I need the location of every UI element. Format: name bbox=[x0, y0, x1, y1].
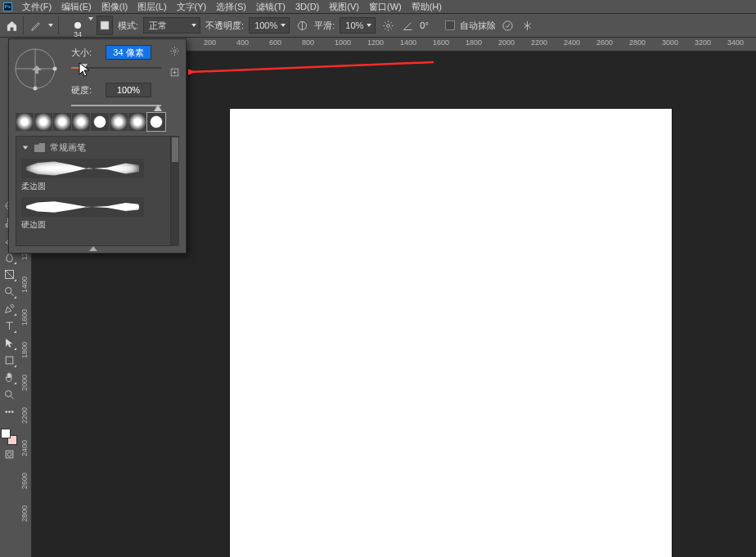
brush-popup-resize[interactable] bbox=[16, 245, 171, 251]
home-icon[interactable] bbox=[5, 19, 18, 32]
angle-value[interactable]: 0° bbox=[420, 20, 429, 30]
hruler-tick: 2000 bbox=[498, 38, 515, 47]
opacity-pressure-icon[interactable] bbox=[295, 18, 309, 33]
svg-point-10 bbox=[11, 411, 13, 412]
zoom-tool[interactable] bbox=[1, 386, 17, 402]
vruler-tick: 2200 bbox=[18, 407, 32, 424]
menu-help[interactable]: 帮助(H) bbox=[412, 1, 442, 13]
flow-value: 10% bbox=[345, 20, 363, 30]
menu-image[interactable]: 图像(I) bbox=[101, 1, 128, 13]
brush-thumb[interactable] bbox=[53, 113, 71, 131]
brush-preset-picker[interactable]: 34 bbox=[64, 14, 92, 37]
mode-label: 模式: bbox=[118, 20, 138, 32]
svg-point-9 bbox=[8, 411, 10, 412]
toolbar-more[interactable] bbox=[1, 403, 17, 420]
hruler-tick: 1000 bbox=[335, 38, 351, 47]
dodge-tool[interactable] bbox=[1, 283, 17, 299]
hruler-tick: 1600 bbox=[433, 38, 449, 47]
hruler-tick: 600 bbox=[269, 38, 281, 47]
brush-thumb[interactable] bbox=[72, 113, 90, 131]
opacity-value: 100% bbox=[254, 20, 277, 30]
hruler-tick: 2800 bbox=[629, 38, 646, 47]
size-pressure-icon[interactable] bbox=[501, 18, 515, 33]
menu-bar: Ps 文件(F) 编辑(E) 图像(I) 图层(L) 文字(Y) 选择(S) 滤… bbox=[0, 0, 756, 13]
app-logo: Ps bbox=[3, 2, 12, 11]
hruler-tick: 1200 bbox=[367, 38, 384, 47]
svg-point-5 bbox=[5, 287, 11, 294]
flow-label: 平滑: bbox=[314, 20, 335, 32]
vruler-tick: 2000 bbox=[18, 375, 32, 391]
menu-file[interactable]: 文件(F) bbox=[22, 1, 52, 13]
menu-type[interactable]: 文字(Y) bbox=[177, 1, 207, 13]
foreground-color[interactable] bbox=[1, 429, 11, 438]
opacity-select[interactable]: 100% bbox=[249, 17, 290, 34]
new-brush-icon[interactable] bbox=[168, 65, 181, 79]
menu-window[interactable]: 窗口(W) bbox=[369, 1, 402, 13]
hand-tool[interactable] bbox=[1, 369, 17, 385]
brush-size-input[interactable]: 34 像素 bbox=[106, 45, 151, 60]
separator bbox=[23, 16, 24, 34]
document-canvas[interactable] bbox=[230, 109, 672, 557]
brush-size-slider[interactable] bbox=[71, 62, 161, 74]
brush-folder[interactable]: 常规画笔 bbox=[21, 141, 165, 154]
auto-erase-checkbox[interactable] bbox=[445, 20, 455, 30]
options-bar: 34 模式: 正常 不透明度: 100% 平滑: 10% 0° 自动抹除 bbox=[0, 13, 756, 38]
svg-point-2 bbox=[503, 20, 512, 29]
svg-point-12 bbox=[7, 452, 11, 456]
brush-preset-name: 柔边圆 bbox=[21, 181, 165, 192]
svg-point-16 bbox=[53, 67, 57, 71]
brush-hardness-slider[interactable] bbox=[71, 100, 161, 111]
pen-tool[interactable] bbox=[1, 300, 17, 317]
shape-tool[interactable] bbox=[1, 352, 17, 368]
svg-rect-11 bbox=[6, 451, 13, 458]
smoothing-options-icon[interactable] bbox=[380, 18, 395, 33]
quick-mask-toggle[interactable] bbox=[1, 446, 17, 462]
vruler-tick: 1800 bbox=[18, 342, 32, 358]
gradient-tool[interactable] bbox=[1, 266, 17, 282]
brush-thumb[interactable] bbox=[91, 113, 109, 131]
hruler-tick: 3000 bbox=[662, 38, 678, 47]
path-select-tool[interactable] bbox=[1, 335, 17, 351]
brush-panel-toggle[interactable] bbox=[97, 16, 113, 35]
menu-select[interactable]: 选择(S) bbox=[216, 1, 246, 13]
folder-icon bbox=[34, 143, 45, 152]
menu-edit[interactable]: 编辑(E) bbox=[61, 1, 92, 13]
menu-view[interactable]: 视图(V) bbox=[329, 1, 359, 13]
blend-mode-select[interactable]: 正常 bbox=[143, 17, 200, 34]
type-tool[interactable] bbox=[1, 317, 17, 334]
svg-rect-6 bbox=[6, 357, 13, 364]
hruler-tick: 800 bbox=[302, 38, 314, 47]
brush-preset-list[interactable]: 常规画笔 柔边圆 硬边圆 bbox=[16, 136, 171, 246]
menu-3d[interactable]: 3D(D) bbox=[295, 2, 319, 11]
brush-folder-name: 常规画笔 bbox=[50, 141, 86, 154]
brush-preset-hard[interactable] bbox=[21, 197, 144, 217]
chevron-down-icon[interactable] bbox=[48, 24, 53, 27]
hardness-label: 硬度: bbox=[71, 84, 99, 97]
menu-filter[interactable]: 滤镜(T) bbox=[256, 1, 286, 13]
hruler-tick: 2600 bbox=[596, 38, 613, 47]
svg-point-18 bbox=[173, 49, 175, 52]
brush-angle-editor[interactable] bbox=[12, 46, 58, 92]
color-swatches[interactable] bbox=[1, 429, 17, 445]
brush-dot-icon bbox=[74, 22, 81, 29]
brush-thumb[interactable] bbox=[128, 113, 146, 131]
hruler-tick: 3200 bbox=[695, 38, 711, 47]
size-label: 大小: bbox=[71, 47, 99, 59]
brush-thumb[interactable] bbox=[110, 113, 128, 131]
svg-point-17 bbox=[34, 87, 38, 91]
brush-list-scrollbar[interactable] bbox=[171, 136, 179, 246]
flow-select[interactable]: 10% bbox=[340, 17, 376, 34]
brush-settings-icon[interactable] bbox=[168, 44, 181, 57]
menu-layer[interactable]: 图层(L) bbox=[137, 1, 166, 13]
brush-preset-soft[interactable] bbox=[21, 159, 144, 178]
brush-hardness-input[interactable]: 100% bbox=[106, 83, 151, 97]
svg-point-8 bbox=[5, 411, 7, 412]
brush-thumb[interactable] bbox=[34, 113, 52, 131]
vruler-tick: 1600 bbox=[18, 309, 32, 326]
pencil-tool-icon bbox=[29, 18, 43, 33]
blend-mode-value: 正常 bbox=[149, 20, 167, 32]
brush-thumb[interactable] bbox=[16, 113, 34, 131]
symmetry-icon[interactable] bbox=[520, 18, 535, 33]
hruler-tick: 3400 bbox=[727, 38, 744, 47]
brush-thumb[interactable] bbox=[147, 113, 165, 131]
